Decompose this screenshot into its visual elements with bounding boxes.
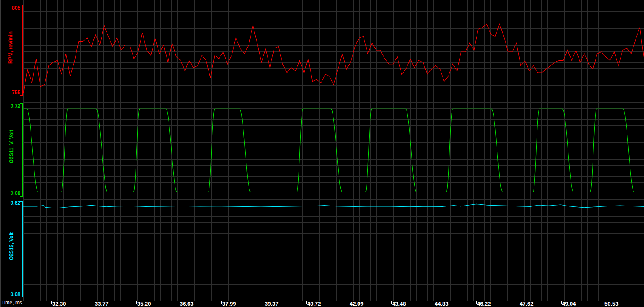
rpm-trace (23, 24, 644, 93)
time-axis-title: Time, ms (1, 300, 22, 306)
o2s11-trace (23, 109, 644, 192)
time-tick-mark (94, 301, 94, 304)
time-tick-mark (306, 301, 307, 304)
time-tick-mark (434, 301, 434, 304)
time-tick-mark (136, 301, 137, 304)
time-tick-label: 43.48 (392, 301, 406, 307)
time-tick-label: 50.53 (604, 301, 619, 307)
time-tick-label: 49.04 (562, 301, 576, 307)
time-tick-mark (476, 301, 477, 304)
plot-area[interactable] (0, 0, 644, 301)
time-tick-label: 32.30 (52, 301, 66, 307)
time-tick-mark (179, 301, 179, 304)
time-tick-label: 35.20 (137, 301, 151, 307)
time-tick-mark (51, 301, 52, 304)
time-tick-mark (519, 301, 519, 304)
time-tick-mark (391, 301, 392, 304)
time-tick-label: 42.09 (350, 301, 364, 307)
time-tick-label: 39.37 (265, 301, 279, 307)
o2s12-trace (23, 204, 644, 208)
time-tick-label: 40.72 (307, 301, 321, 307)
time-tick-mark (264, 301, 264, 304)
time-tick-label: 47.62 (520, 301, 534, 307)
time-tick-mark (604, 301, 604, 304)
time-tick-mark (221, 301, 222, 304)
time-tick-label: 44.83 (435, 301, 449, 307)
time-tick-label: 33.77 (95, 301, 109, 307)
scope-graph-screen: 805 755 0.72 0.08 0.62 0.08 RPM, rev/min… (0, 0, 644, 307)
time-tick-mark (349, 301, 349, 304)
time-axis-line (22, 301, 644, 301)
time-tick-label: 37.99 (222, 301, 236, 307)
time-tick-label: 36.63 (180, 301, 194, 307)
time-tick-mark (561, 301, 562, 304)
time-tick-label: 46.22 (477, 301, 491, 307)
